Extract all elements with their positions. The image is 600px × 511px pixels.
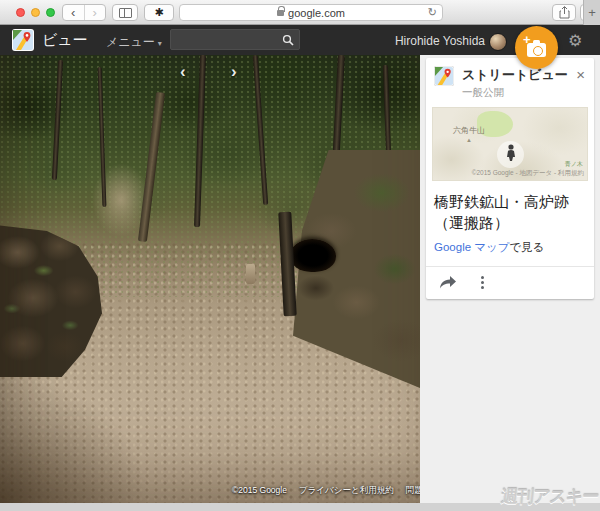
- url-text: google.com: [288, 7, 345, 19]
- streetview-card: ストリートビュー 一般公開 × 六角牛山 ▲ 青ノ木 ©2015 Google …: [426, 58, 594, 299]
- cave-opening: [290, 239, 336, 272]
- card-header: ストリートビュー 一般公開 ×: [426, 58, 594, 107]
- share-icon[interactable]: [439, 275, 457, 290]
- google-maps-logo[interactable]: [12, 29, 34, 55]
- google-maps-logo: [434, 66, 454, 86]
- place-title: 橋野鉄鉱山・高炉跡（運搬路）: [426, 181, 594, 237]
- close-icon[interactable]: ×: [576, 67, 585, 82]
- share-icon: [559, 6, 570, 19]
- card-actions: [426, 267, 594, 299]
- search-box: [170, 29, 300, 50]
- settings-gear-button[interactable]: ⚙: [568, 31, 582, 50]
- map-mountain-label: 六角牛山 ▲: [453, 125, 485, 143]
- back-button[interactable]: ‹: [63, 5, 84, 20]
- avatar[interactable]: [489, 33, 507, 51]
- sidebar-button[interactable]: [112, 4, 138, 21]
- refresh-button[interactable]: ↻: [428, 6, 437, 19]
- browser-toolbar: ‹ › ✱ google.com ↻ +: [0, 0, 600, 25]
- search-input[interactable]: [175, 31, 279, 48]
- google-maps-link[interactable]: Google マップ: [434, 241, 510, 253]
- app-header: ビュー メニュー▾ Hirohide Yoshida: [0, 25, 600, 55]
- info-panel: ストリートビュー 一般公開 × 六角牛山 ▲ 青ノ木 ©2015 Google …: [420, 55, 600, 503]
- more-options-icon[interactable]: [481, 276, 484, 289]
- map-attribution: ©2015 Google - 地図データ - 利用規約: [472, 169, 584, 178]
- sidebar-icon: [119, 8, 132, 18]
- minimize-window-button[interactable]: [31, 8, 40, 17]
- panel-title: ストリートビュー: [462, 66, 568, 84]
- menu-label: メニュー: [106, 35, 155, 49]
- privacy-terms-link[interactable]: プライバシーと利用規約: [299, 485, 394, 497]
- panel-subtitle: 一般公開: [462, 86, 568, 100]
- menu-dropdown[interactable]: メニュー▾: [106, 34, 162, 51]
- chevron-down-icon: ▾: [158, 39, 162, 48]
- mountain-icon: ▲: [453, 137, 485, 143]
- close-window-button[interactable]: [16, 8, 25, 17]
- map-place-label: 青ノ木: [565, 160, 583, 169]
- watermark-weekly-ascii: 週刊アスキー: [500, 485, 600, 508]
- report-problem-link[interactable]: 問題を報告: [406, 485, 420, 497]
- lock-icon: [277, 10, 284, 16]
- new-tab-button[interactable]: +: [583, 0, 600, 25]
- address-bar[interactable]: google.com ↻: [179, 4, 443, 21]
- pano-nav-left-arrow[interactable]: ‹: [180, 63, 186, 80]
- forward-button[interactable]: ›: [84, 5, 106, 20]
- user-name[interactable]: Hirohide Yoshida: [395, 34, 485, 48]
- extension-icon: ✱: [154, 6, 163, 19]
- map-thumbnail[interactable]: 六角牛山 ▲ 青ノ木 ©2015 Google - 地図データ - 利用規約: [432, 107, 588, 181]
- pano-copyright: ©2015 Google: [232, 485, 287, 497]
- view-on-maps-line: Google マップで見る: [426, 237, 594, 266]
- search-icon[interactable]: [282, 34, 294, 46]
- history-nav-group: ‹ ›: [62, 4, 106, 21]
- pano-footer-links: ©2015 Google プライバシーと利用規約 問題を報告: [232, 485, 420, 497]
- views-home-link[interactable]: ビュー: [42, 31, 88, 50]
- add-photo-camera-button[interactable]: +: [515, 26, 558, 69]
- streetview-panorama[interactable]: ‹ › ©2015 Google プライバシーと利用規約 問題を報告: [0, 55, 420, 503]
- zoom-window-button[interactable]: [46, 8, 55, 17]
- pano-nav-right-arrow[interactable]: ›: [231, 63, 237, 80]
- share-page-button[interactable]: [552, 4, 576, 21]
- camera-icon: [527, 43, 546, 57]
- pegman-marker-icon: [506, 144, 516, 161]
- extension-button[interactable]: ✱: [144, 4, 174, 21]
- corner-shadow: [0, 373, 150, 503]
- tree-stump: [246, 264, 255, 284]
- link-suffix: で見る: [510, 241, 545, 253]
